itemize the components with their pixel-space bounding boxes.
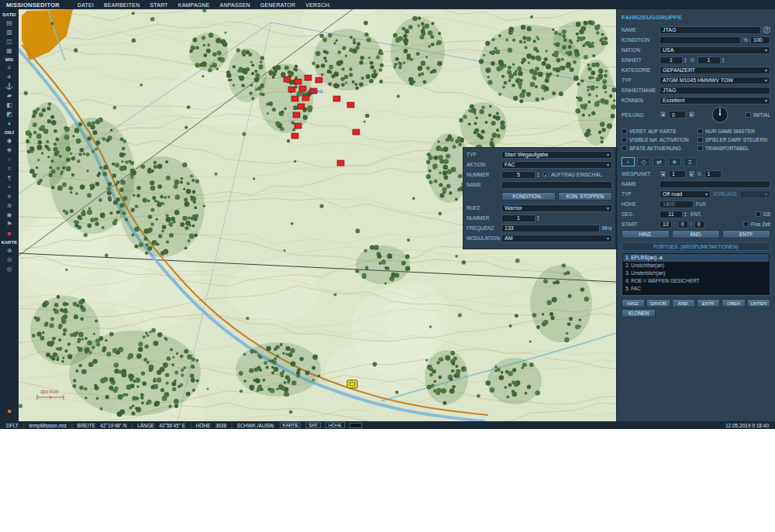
unit-type-dropdown[interactable]: ATGM M1045 HMMWV TOW (660, 77, 770, 84)
route-icon[interactable]: ≈ (2, 164, 16, 173)
frequency-input[interactable]: 133 (501, 225, 600, 232)
static-object-icon[interactable]: ◧ (2, 101, 16, 109)
action-type-dropdown[interactable]: Start Wegaufgabe (501, 151, 612, 159)
unit-marker[interactable] (347, 102, 354, 108)
add-waypoint-icon[interactable]: + (622, 157, 635, 166)
menu-item-start[interactable]: START (150, 2, 167, 8)
checkbox[interactable] (622, 129, 627, 134)
unit-marker[interactable] (288, 87, 295, 92)
stepper-arrows[interactable]: ▴▾ (721, 57, 726, 63)
unit-marker[interactable] (337, 160, 344, 166)
center-map-icon[interactable]: ◎ (2, 265, 16, 273)
unit-marker[interactable] (302, 95, 309, 101)
start-second-input[interactable]: 0 (694, 221, 704, 228)
zone-tool-icon[interactable]: ◇ (637, 157, 650, 166)
next-waypoint-button[interactable]: ▸ (688, 170, 695, 178)
layers-icon[interactable]: ≋ (2, 201, 16, 210)
nation-dropdown[interactable]: USA (660, 46, 770, 54)
visibility-icon[interactable]: ◉ (2, 211, 16, 219)
group-flag-1[interactable]: NUR GAME MASTER (698, 127, 770, 135)
group-flag-5[interactable]: TRANSPORTABEL (698, 144, 770, 152)
heading-increase-button[interactable]: ▸ (688, 111, 695, 118)
help-button[interactable]: ? (763, 26, 770, 33)
ok-icon[interactable]: ● (2, 119, 16, 128)
heading-input[interactable]: 0 (669, 111, 686, 118)
group-flag-3[interactable]: SPIELER DARF STEUERN (698, 136, 770, 143)
skill-dropdown[interactable]: Exzellent (660, 97, 770, 105)
stepper-arrows[interactable]: ▴▾ (683, 57, 688, 63)
condition-value-input[interactable]: 100 (750, 36, 770, 44)
group-name-input[interactable]: JTAG (660, 26, 761, 34)
unit-marker[interactable] (294, 79, 301, 84)
alt-view-button[interactable]: HÖHE (326, 422, 345, 428)
condition-slider[interactable] (660, 36, 741, 44)
stepper-arrows[interactable]: ▴▾ (683, 211, 688, 218)
swap-tool-icon[interactable]: ⇄ (653, 157, 666, 166)
modulation-dropdown[interactable]: AM (501, 235, 612, 242)
checkbox[interactable] (698, 146, 703, 151)
sat-view-button[interactable]: SAT (305, 422, 320, 428)
unit-marker[interactable] (298, 104, 305, 109)
view-options-box[interactable] (350, 423, 362, 428)
waypoint-action-item[interactable]: 1. EPLRS(an) -a (623, 254, 769, 262)
aircraft-icon[interactable]: ✈ (2, 73, 16, 81)
template-icon[interactable]: ◩ (2, 110, 16, 118)
gs-checkbox[interactable] (756, 211, 761, 217)
checkbox[interactable] (622, 137, 627, 142)
wp-action-nd[interactable]: ÄND. (672, 299, 695, 307)
checkbox[interactable] (622, 146, 627, 151)
unit-marker[interactable] (333, 96, 340, 101)
checkbox[interactable] (698, 137, 703, 142)
grid-icon[interactable]: # (2, 192, 16, 201)
prev-waypoint-button[interactable]: ◂ (660, 170, 666, 178)
stepper-arrows[interactable]: ▴▾ (536, 172, 541, 178)
new-mission-icon[interactable]: ▤ (2, 19, 16, 27)
waypoint-type-dropdown[interactable]: Off road (660, 190, 711, 198)
waypoint-action-item[interactable]: 5. FAC (623, 285, 769, 293)
kondition-button[interactable]: KONDITION... (501, 192, 556, 201)
waypoint-action-item[interactable]: 4. ROE = WAFFEN GESICHERT (623, 277, 769, 285)
sum-tool-icon[interactable]: Σ (684, 157, 697, 166)
category-dropdown[interactable]: GEPANZERT (660, 67, 770, 74)
exit-icon[interactable]: ● (2, 407, 16, 415)
unit-name-input[interactable]: JTAG (660, 87, 770, 94)
action-number-stepper[interactable]: 5 ▴▾ (501, 171, 541, 179)
unit-count-stepper[interactable]: 1 ▴▾ (660, 57, 688, 64)
unit-marker[interactable] (299, 86, 306, 91)
unit-marker[interactable] (315, 77, 322, 83)
unit-marker[interactable] (284, 77, 291, 82)
vehicle-map-icon[interactable] (347, 380, 357, 388)
briefing-icon[interactable]: ▦ (2, 46, 16, 55)
map-view-button[interactable]: KARTE (280, 422, 301, 428)
advanced-actions-header[interactable]: FORTGES. (WEGPUNKTAKTIONEN) (622, 242, 770, 251)
unit-marker[interactable] (293, 112, 300, 118)
waypoint-name-input[interactable] (660, 180, 770, 188)
wp-action-hinz[interactable]: HINZ. (622, 299, 645, 307)
heading-decrease-button[interactable]: ◂ (660, 111, 666, 118)
zone-icon[interactable]: ○ (2, 155, 16, 163)
action-dropdown[interactable]: FAC (501, 161, 612, 169)
group-flag-0[interactable]: VERST. AUF KARTE (622, 127, 694, 135)
group-flag-2[interactable]: VISIBLE bef. ACTIVATION (622, 136, 694, 143)
ruler-icon[interactable]: + (2, 183, 16, 191)
heading-compass[interactable] (711, 106, 728, 123)
menu-item-versch[interactable]: VERSCH. (305, 2, 331, 8)
flag-icon[interactable]: ⚑ (2, 220, 16, 228)
checkbox[interactable] (698, 129, 703, 134)
action-name-input[interactable] (501, 181, 612, 189)
unit-of-stepper[interactable]: 1 ▴▾ (698, 57, 726, 64)
menu-item-kampagne[interactable]: KAMPAGNE (178, 2, 210, 8)
vehicle-icon[interactable]: ▰ (2, 91, 16, 100)
waypoint-action-item[interactable]: 3. Unsterblich(an) (623, 269, 769, 277)
save-mission-icon[interactable]: ◫ (2, 37, 16, 46)
wp-action-oben[interactable]: OBEN (722, 299, 745, 307)
zoom-in-icon[interactable]: ⊕ (2, 246, 16, 255)
erase-icon[interactable]: ■ (2, 229, 16, 238)
callsign-number-stepper[interactable]: 1 ▴▾ (501, 215, 541, 222)
altitude-input[interactable]: 1800 (660, 201, 694, 208)
waypoint-action-item[interactable]: 2. Unsichtbar(an) (623, 262, 769, 269)
waypoint-add-button[interactable]: HINZ. (622, 230, 670, 239)
stepper-arrows[interactable]: ▴▾ (536, 215, 541, 221)
clone-button[interactable]: KLONEN (622, 309, 656, 317)
wp-action-davor[interactable]: DAVOR (646, 299, 670, 307)
